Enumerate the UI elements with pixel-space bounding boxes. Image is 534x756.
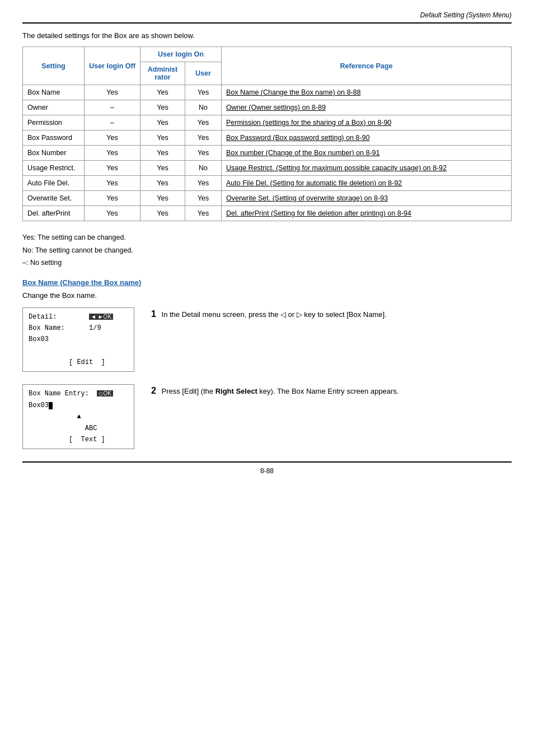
col-reference: Reference Page <box>222 47 512 85</box>
page-header: Default Setting (System Menu) <box>22 11 512 24</box>
step-1-row: Detail: ◄ ►OK Box Name: 1/9 Box03 [ Edit… <box>22 307 512 372</box>
col-user-login-off: User login Off <box>85 47 140 85</box>
col-administ: Administ rator <box>140 62 185 85</box>
table-row: Box NumberYesYesYesBox number (Change of… <box>23 146 512 161</box>
table-row: Box NameYesYesYesBox Name (Change the Bo… <box>23 85 512 100</box>
legend-yes: Yes: The setting can be changed. <box>22 231 512 244</box>
legend: Yes: The setting can be changed. No: The… <box>22 231 512 269</box>
page-footer: 8-88 <box>22 461 512 475</box>
step-1-number: 1 <box>151 309 156 319</box>
intro-text: The detailed settings for the Box are as… <box>22 31 512 40</box>
settings-table: Setting User login Off User login On Ref… <box>22 46 512 221</box>
table-row: Del. afterPrintYesYesYesDel. afterPrint … <box>23 206 512 221</box>
change-box-text: Change the Box name. <box>22 291 512 300</box>
col-user-login-on: User login On <box>140 47 222 62</box>
step-2-content: 2 Press [Edit] (the Right Select key). T… <box>151 384 512 398</box>
table-row: Usage Restrict.YesYesNoUsage Restrict. (… <box>23 161 512 176</box>
table-row: Permission–YesYesPermission (settings fo… <box>23 115 512 130</box>
screen-2: Box Name Entry: ◇OK Box03 ▲ ABC [ Text ] <box>22 384 134 449</box>
section-heading: Box Name (Change the Box name) <box>22 278 512 287</box>
step-2-row: Box Name Entry: ◇OK Box03 ▲ ABC [ Text ]… <box>22 384 512 449</box>
detail-screen: Detail: ◄ ►OK Box Name: 1/9 Box03 [ Edit… <box>22 307 134 372</box>
table-row: Box PasswordYesYesYesBox Password (Box p… <box>23 130 512 146</box>
table-row: Overwrite Set.YesYesYesOverwrite Set. (S… <box>23 191 512 206</box>
step-2-bold: Right Select <box>216 387 257 395</box>
step-2-number: 2 <box>151 386 156 395</box>
table-row: Owner–YesNoOwner (Owner settings) on 8-8… <box>23 100 512 115</box>
table-row: Auto File Del.YesYesYesAuto File Del. (S… <box>23 176 512 191</box>
col-user: User <box>185 62 222 85</box>
step-1-text: In the Detail menu screen, press the ◁ o… <box>162 310 387 319</box>
screen-1: Detail: ◄ ►OK Box Name: 1/9 Box03 [ Edit… <box>22 307 134 372</box>
legend-dash: –: No setting <box>22 256 512 269</box>
legend-no: No: The setting cannot be changed. <box>22 244 512 257</box>
entry-screen: Box Name Entry: ◇OK Box03 ▲ ABC [ Text ] <box>22 384 134 449</box>
col-setting: Setting <box>23 47 85 85</box>
step-2-text-after: key). The Box Name Entry screen appears. <box>257 387 399 395</box>
step-1-content: 1 In the Detail menu screen, press the ◁… <box>151 307 512 321</box>
step-2-text-before: Press [Edit] (the <box>162 387 216 395</box>
page-number: 8-88 <box>260 467 274 475</box>
